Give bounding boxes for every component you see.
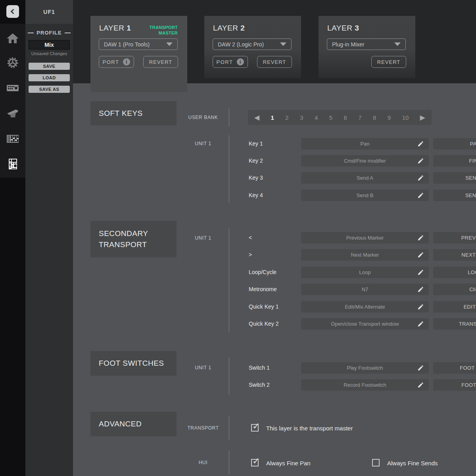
- nav-rail-band: [0, 24, 25, 178]
- edit-pencil-icon: [417, 286, 424, 293]
- soft-key-row-label: Key 4: [249, 190, 263, 201]
- edit-pencil-icon: [417, 157, 424, 164]
- quick-key-2-display[interactable]: TRANSPORT: [433, 318, 476, 330]
- quick-key-1-display[interactable]: EDIT/MIX: [433, 301, 476, 313]
- switch-1-display[interactable]: FOOT STOP: [433, 362, 476, 374]
- transport-master-badge: TRANSPORTMASTER: [150, 25, 178, 36]
- switch-row-label: Switch 2: [249, 379, 270, 391]
- device-title: UF1: [25, 0, 73, 24]
- ssl-360-uf1-page: LAYER 1 TRANSPORTMASTER DAW 1 (Pro Tools…: [0, 0, 476, 476]
- back-chevron-icon: [10, 8, 16, 15]
- edit-pencil-icon: [417, 269, 424, 276]
- back-button[interactable]: [6, 5, 19, 18]
- soft-key-3-display[interactable]: SEND A: [433, 172, 476, 184]
- divider: [229, 357, 229, 395]
- nav-rail: [0, 0, 25, 476]
- user-bank-label: USER BANK: [179, 115, 227, 120]
- pager-page-2[interactable]: 2: [285, 114, 288, 121]
- home-nav-icon[interactable]: [6, 31, 20, 46]
- layer-2-revert-button[interactable]: REVERT: [257, 56, 292, 68]
- pager-page-1[interactable]: 1: [271, 114, 274, 121]
- soft-key-3-assignment[interactable]: Send A: [301, 172, 429, 184]
- profile-name-field[interactable]: Mix: [29, 40, 70, 50]
- edit-pencil-icon: [417, 140, 424, 147]
- info-icon: i: [123, 58, 130, 65]
- layer-3-revert-button[interactable]: REVERT: [371, 56, 406, 68]
- soft-key-row-label: Key 2: [249, 155, 263, 167]
- divider: [229, 228, 229, 332]
- layer-2-daw-select[interactable]: DAW 2 (Logic Pro): [213, 38, 292, 50]
- edit-pencil-icon: [417, 303, 424, 310]
- layer-1-revert-button[interactable]: REVERT: [143, 56, 178, 68]
- loop-display[interactable]: LOOP: [433, 267, 476, 278]
- switch-1-assignment[interactable]: Play Footswitch: [301, 362, 429, 374]
- divider: [229, 108, 229, 127]
- edit-pencil-icon: [417, 365, 424, 371]
- transport-row-label: Metronome: [249, 284, 277, 295]
- soft-key-row-label: Key 3: [249, 172, 263, 184]
- switch-2-assignment[interactable]: Record Footswitch: [301, 379, 429, 391]
- pager-page-9[interactable]: 9: [388, 114, 391, 121]
- layer-2-port-button[interactable]: PORT i: [213, 56, 248, 68]
- transport-master-checkbox[interactable]: [251, 424, 259, 432]
- unit-label: UNIT 1: [179, 365, 227, 370]
- settings-gear-icon[interactable]: [6, 56, 20, 70]
- always-fine-sends-checkbox[interactable]: [372, 459, 380, 466]
- layer-1-card: LAYER 1 TRANSPORTMASTER DAW 1 (Pro Tools…: [90, 16, 187, 92]
- advanced-section-header: ADVANCED: [90, 412, 177, 436]
- layer-3-daw-select[interactable]: Plug-in Mixer: [327, 38, 406, 50]
- metronome-assignment[interactable]: N7: [301, 284, 429, 295]
- layer-1-port-button[interactable]: PORT i: [99, 56, 134, 68]
- metronome-display[interactable]: Click: [433, 284, 476, 295]
- next-marker-assignment[interactable]: Next Marker: [301, 249, 429, 261]
- uc1-controller-icon[interactable]: [6, 81, 20, 95]
- prev-marker-display[interactable]: PREV MKR: [433, 232, 476, 244]
- load-button[interactable]: LOAD: [29, 74, 70, 81]
- transport-master-checkbox-label: This layer is the transport master: [266, 424, 353, 432]
- quick-key-2-assignment[interactable]: Open/close Transport window: [301, 318, 429, 330]
- pager-page-3[interactable]: 3: [300, 114, 303, 121]
- secondary-transport-section-header: SECONDARY TRANSPORT: [90, 221, 177, 257]
- pager-page-6[interactable]: 6: [344, 114, 347, 121]
- save-button[interactable]: SAVE: [29, 63, 70, 70]
- layer-3-title: LAYER 3: [327, 24, 359, 33]
- transport-row-label: Quick Key 1: [249, 301, 278, 313]
- profile-status: Unsaved Changes: [25, 51, 73, 56]
- always-fine-pan-checkbox[interactable]: [251, 459, 259, 466]
- pager-page-10[interactable]: 10: [402, 114, 409, 121]
- edit-pencil-icon: [417, 192, 424, 199]
- pager-page-4[interactable]: 4: [315, 114, 318, 121]
- profile-panel: UF1 PROFILE Mix Unsaved Changes SAVE LOA…: [25, 0, 73, 476]
- uf1-device-icon[interactable]: [6, 157, 20, 171]
- unit-label: UNIT 1: [179, 141, 227, 146]
- pager-prev-icon[interactable]: ◀: [254, 114, 259, 121]
- next-marker-display[interactable]: NEXT MKR: [433, 249, 476, 261]
- switch-2-display[interactable]: FOOT REC: [433, 379, 476, 391]
- info-icon: i: [237, 58, 244, 65]
- soft-key-2-display[interactable]: FINE: [433, 155, 476, 167]
- loop-assignment[interactable]: Loop: [301, 267, 429, 278]
- user-bank-pager: ◀ 1 2 3 4 5 6 7 8 9 10 ▶: [248, 110, 432, 125]
- soft-key-4-display[interactable]: SEND B: [433, 190, 476, 201]
- quick-key-1-assignment[interactable]: Edit/Mix Alternate: [301, 301, 429, 313]
- soft-key-row-label: Key 1: [249, 138, 263, 150]
- soft-key-1-assignment[interactable]: Pan: [301, 138, 429, 150]
- transport-row-label: >: [249, 249, 252, 261]
- pager-page-5[interactable]: 5: [329, 114, 332, 121]
- pager-page-8[interactable]: 8: [373, 114, 376, 121]
- uf8-fader-unit-icon[interactable]: [6, 132, 20, 146]
- pager-page-7[interactable]: 7: [358, 114, 361, 121]
- layer-1-daw-select[interactable]: DAW 1 (Pro Tools): [99, 38, 178, 50]
- console-side-icon[interactable]: [6, 106, 20, 120]
- soft-key-2-assignment[interactable]: Cmd/Fine modifier: [301, 155, 429, 167]
- layer-2-title: LAYER 2: [213, 24, 245, 33]
- transport-column-label: TRANSPORT: [179, 425, 227, 431]
- transport-row-label: Quick Key 2: [249, 318, 278, 330]
- save-as-button[interactable]: SAVE AS: [29, 86, 70, 93]
- soft-key-1-display[interactable]: PAN: [433, 138, 476, 150]
- profile-heading: PROFILE: [25, 30, 73, 36]
- soft-key-4-assignment[interactable]: Send B: [301, 190, 429, 201]
- foot-switches-section-header: FOOT SWITCHES: [90, 351, 177, 376]
- pager-next-icon[interactable]: ▶: [420, 114, 425, 121]
- prev-marker-assignment[interactable]: Previous Marker: [301, 232, 429, 244]
